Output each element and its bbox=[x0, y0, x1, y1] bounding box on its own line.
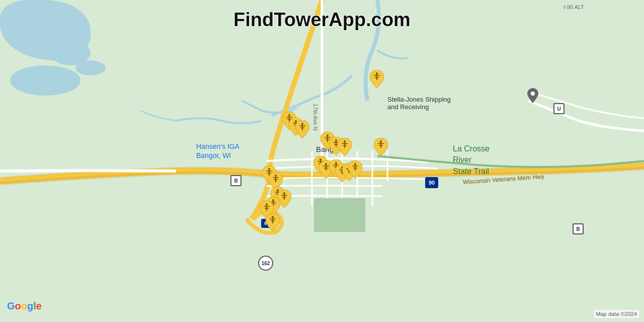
svg-point-61 bbox=[268, 168, 270, 170]
tower-pin-21[interactable] bbox=[266, 213, 280, 231]
svg-point-57 bbox=[354, 163, 356, 165]
svg-point-25 bbox=[335, 139, 337, 141]
svg-point-21 bbox=[327, 134, 329, 136]
tower-pin-1[interactable] bbox=[370, 70, 384, 88]
label-stella: Stella-Jones Shippingand Receiving bbox=[387, 96, 451, 111]
route-162: 162 bbox=[258, 256, 273, 271]
interstate-90-shield: 90 bbox=[425, 177, 438, 188]
water-body-4 bbox=[75, 60, 106, 75]
route-b-right: B bbox=[573, 223, 584, 234]
svg-point-73 bbox=[283, 192, 285, 194]
svg-point-9 bbox=[288, 114, 290, 116]
route-b-left: B bbox=[230, 175, 242, 186]
label-17th-ave: 17th Ave N bbox=[312, 104, 318, 131]
place-marker-stella bbox=[527, 88, 538, 103]
label-i90-alt: I-90 ALT bbox=[564, 4, 584, 10]
tower-pin-4[interactable] bbox=[295, 120, 309, 138]
water-body-2 bbox=[10, 65, 80, 96]
label-hansens: Hansen's IGABangor, WI bbox=[196, 142, 239, 160]
label-state-trail: La CrosseRiverState Trail bbox=[453, 143, 490, 177]
green-field bbox=[314, 199, 365, 231]
tower-pin-14[interactable] bbox=[348, 160, 362, 179]
svg-point-81 bbox=[266, 203, 268, 205]
map-container[interactable]: FindTowerApp.com Hansen's IGABangor, WI … bbox=[0, 0, 644, 322]
svg-point-33 bbox=[380, 140, 382, 142]
svg-point-29 bbox=[344, 140, 346, 142]
tower-pin-7[interactable] bbox=[338, 138, 352, 156]
tower-pin-8[interactable] bbox=[374, 138, 388, 156]
map-data-label: Map data ©2024 bbox=[594, 310, 639, 318]
svg-point-5 bbox=[376, 72, 378, 74]
google-logo: Google bbox=[7, 300, 42, 312]
svg-point-41 bbox=[325, 163, 327, 165]
site-title: FindTowerApp.com bbox=[233, 9, 411, 31]
svg-point-1 bbox=[531, 92, 535, 96]
svg-point-17 bbox=[301, 123, 303, 125]
svg-point-65 bbox=[275, 175, 277, 177]
route-u: U bbox=[553, 103, 565, 114]
svg-point-85 bbox=[272, 216, 274, 218]
